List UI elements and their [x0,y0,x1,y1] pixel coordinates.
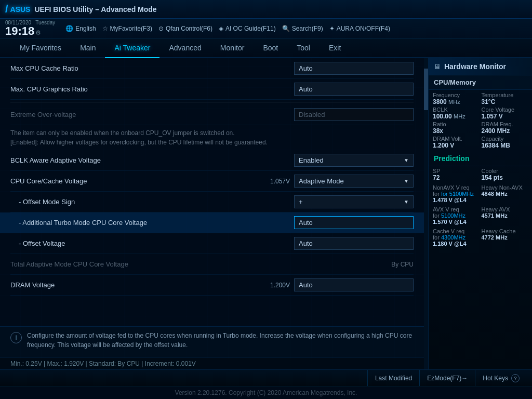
max-cpu-cache-ratio-label: Max CPU Cache Ratio [10,64,294,72]
hot-keys-button[interactable]: Hot Keys ? [475,370,527,386]
cpu-core-cache-voltage-label: CPU Core/Cache Voltage [10,177,264,185]
scrollbar-thumb[interactable] [424,69,428,110]
dram-freq-label: DRAM Freq. 2400 MHz [482,121,528,135]
datetime: 08/11/2020 Tuesday 19:18 ⚙ [5,20,55,37]
offset-mode-sign-label: - Offset Mode Sign [10,198,294,206]
hw-monitor-title: Hardware Monitor [444,62,506,71]
dram-voltage-select[interactable]: Auto [294,278,414,291]
hot-keys-label: Hot Keys [483,375,508,382]
header-icons: 🌐 English ☆ MyFavorite(F3) ⊙ Qfan Contro… [65,25,390,32]
ai-oc-guide-button[interactable]: ◈ AI OC Guide(F11) [219,25,276,32]
scrollbar[interactable] [424,58,428,369]
max-cpu-graphics-ratio-row: Max. CPU Graphics Ratio Auto [10,79,414,100]
footer: Version 2.20.1276. Copyright (C) 2020 Am… [0,386,532,399]
bclk-aware-select[interactable]: Enabled ▼ [294,154,414,167]
min-max-bar: Min.: 0.25V | Max.: 1.920V | Standard: B… [0,357,424,369]
ai-icon: ◈ [219,25,223,32]
additional-turbo-row: - Additional Turbo Mode CPU Core Voltage… [0,212,424,233]
cpu-memory-grid: Frequency 3800 MHz Temperature 31°C BCLK… [429,90,532,151]
myfav-label: MyFavorite(F3) [110,25,152,32]
last-modified-label: Last Modified [375,375,412,382]
cpu-core-cache-voltage-select[interactable]: Adaptive Mode ▼ [294,175,414,188]
app-container: / ASUS UEFI BIOS Utility – Advanced Mode… [0,0,532,399]
cpu-core-cache-voltage-value: 1.057V [264,178,290,185]
total-adaptive-label: Total Adaptive Mode CPU Core Voltage [10,260,391,268]
temperature-label: Temperature 31°C [482,92,528,105]
bclk-aware-row: BCLK Aware Adaptive Voltage Enabled ▼ [10,150,414,171]
status-bar: Last Modified EzMode(F7)→ Hot Keys ? [0,369,532,386]
cpu-core-cache-dropdown-arrow: ▼ [404,178,409,184]
app-title: UEFI BIOS Utility – Advanced Mode [34,5,527,14]
description-text: Configure the amount of voltage fed to t… [27,331,414,350]
offset-voltage-row: - Offset Voltage Auto [10,233,414,254]
tab-ai-tweaker[interactable]: Ai Tweaker [105,38,159,58]
prediction-avx: AVX V req for 5100MHz 1.570 V @L4 Heavy … [429,205,532,227]
extreme-overvoltage-label: Extreme Over-voltage [10,111,294,118]
extreme-overvoltage-select: Disabled [294,108,414,121]
description-box: i Configure the amount of voltage fed to… [0,326,424,357]
asus-logo: / ASUS [5,3,30,15]
tab-tool[interactable]: Tool [287,38,320,58]
capacity-label: Capacity 16384 MB [482,136,528,149]
nav-tabs: My Favorites Main Ai Tweaker Advanced Mo… [0,38,532,58]
tab-my-favorites[interactable]: My Favorites [10,38,71,58]
max-cpu-cache-ratio-select[interactable]: Auto [294,62,414,75]
settings-gear-icon[interactable]: ⚙ [35,29,41,36]
search-button[interactable]: 🔍 Search(F9) [282,25,323,32]
tab-boot[interactable]: Boot [254,38,287,58]
offset-mode-sign-select[interactable]: + ▼ [294,195,414,208]
info-icon: i [10,332,22,343]
extreme-overvoltage-row: Extreme Over-voltage Disabled [10,104,414,125]
star-icon: ☆ [102,25,108,32]
tab-exit[interactable]: Exit [320,38,350,58]
main-content: Max CPU Cache Ratio Auto Max. CPU Graphi… [0,58,532,369]
aura-label: AURA ON/OFF(F4) [337,25,390,32]
hw-monitor-header: 🖥 Hardware Monitor [429,58,532,75]
cpu-core-cache-voltage-row: CPU Core/Cache Voltage 1.057V Adaptive M… [10,171,414,192]
divider1 [10,102,414,102]
offset-voltage-label: - Offset Voltage [10,240,294,247]
bclk-label: BCLK 100.00 MHz [433,107,480,120]
offset-voltage-select[interactable]: Auto [294,237,414,250]
language-label: English [75,25,96,32]
asus-logo-text: ASUS [10,5,31,14]
prediction-header: Prediction [429,151,532,166]
bclk-aware-dropdown-arrow: ▼ [404,157,409,163]
search-icon: 🔍 [282,25,290,32]
max-cpu-cache-ratio-row: Max CPU Cache Ratio Auto [10,58,414,79]
settings-panel: Max CPU Cache Ratio Auto Max. CPU Graphi… [0,58,424,326]
dram-voltage-row: DRAM Voltage 1.200V Auto [10,275,414,296]
cpu-memory-section-header: CPU/Memory [429,75,532,90]
offset-mode-sign-dropdown-arrow: ▼ [404,199,409,205]
globe-icon: 🌐 [65,25,73,32]
asus-slash-icon: / [5,3,8,15]
right-panel: 🖥 Hardware Monitor CPU/Memory Frequency … [428,58,532,369]
dram-voltage-value: 1.200V [264,282,290,289]
ratio-label: Ratio 38x [433,121,480,135]
prediction-cache: Cache V req for 4300MHz 1.180 V @L4 Heav… [429,227,532,248]
my-favorite-button[interactable]: ☆ MyFavorite(F3) [102,25,152,32]
tab-monitor[interactable]: Monitor [211,38,254,58]
prediction-non-avx: NonAVX V req for for 5100MHz 1.478 V @L4… [429,183,532,205]
aura-button[interactable]: ✦ AURA ON/OFF(F4) [329,25,390,32]
question-icon: ? [511,374,520,382]
tab-main[interactable]: Main [71,38,105,58]
aura-icon: ✦ [329,25,335,32]
qfan-control-button[interactable]: ⊙ Qfan Control(F6) [158,25,212,32]
max-cpu-graphics-ratio-label: Max. CPU Graphics Ratio [10,85,294,93]
additional-turbo-select[interactable]: Auto [294,216,414,229]
prediction-sp-cooler: SP 72 Cooler 154 pts [429,166,532,183]
language-selector[interactable]: 🌐 English [65,25,96,32]
ez-mode-label: EzMode(F7)→ [427,375,468,382]
last-modified-button[interactable]: Last Modified [367,370,419,386]
total-adaptive-row: Total Adaptive Mode CPU Core Voltage By … [10,254,414,275]
additional-turbo-label: - Additional Turbo Mode CPU Core Voltage [10,219,294,227]
max-cpu-graphics-ratio-select[interactable]: Auto [294,83,414,96]
overvoltage-info-text: The item can only be enabled when the on… [10,125,414,150]
tab-advanced[interactable]: Advanced [159,38,210,58]
aioc-label: AI OC Guide(F11) [225,25,276,32]
time-display: 19:18 [5,25,34,37]
ez-mode-button[interactable]: EzMode(F7)→ [419,370,475,386]
dram-volt-label: DRAM Volt. 1.200 V [433,136,480,149]
bclk-aware-label: BCLK Aware Adaptive Voltage [10,156,294,164]
